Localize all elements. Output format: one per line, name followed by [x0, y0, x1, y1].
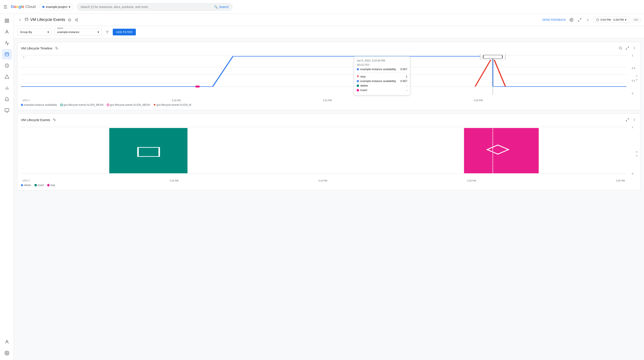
events-menu-button[interactable]: [632, 117, 637, 122]
search-input[interactable]: [80, 5, 212, 9]
sidebar-item-uptime[interactable]: [2, 105, 12, 116]
sidebar-item-iam[interactable]: [2, 27, 12, 37]
events-scroll-indicator[interactable]: [635, 150, 638, 158]
project-name: example-project: [46, 5, 68, 9]
scroll-up-button[interactable]: [635, 74, 638, 78]
events-chart-wrapper: 1 0.5 0: [21, 126, 637, 182]
sidebar-item-home[interactable]: [2, 15, 12, 26]
send-feedback-button[interactable]: SEND FEEDBACK: [542, 18, 566, 21]
svg-point-18: [6, 353, 8, 354]
svg-marker-10: [5, 75, 9, 78]
group-by-label: Group By: [20, 30, 32, 34]
page-header: VM Lifecycle Events SEND FEEDBACK 3:04 P…: [14, 14, 644, 26]
sidebar-item-logs[interactable]: [2, 60, 12, 71]
svg-rect-1: [7, 19, 8, 20]
chevron-down-icon: ▾: [48, 30, 49, 34]
legend-item-stop: gce-lifecycle-events ALIGN_M: [154, 103, 191, 106]
events-x-axis: UTC-7 3:10 PM 3:15 PM 3:20 PM 3:25 PM: [21, 179, 626, 182]
timeline-chart-actions: [618, 45, 637, 51]
svg-point-4: [6, 30, 8, 32]
fullscreen-button[interactable]: [577, 17, 582, 23]
tooltip-row-availability2: example-instance availability 0.957: [357, 79, 407, 83]
events-scroll-up-button[interactable]: [635, 150, 638, 154]
svg-line-54: [626, 120, 627, 121]
svg-marker-23: [68, 18, 71, 21]
legend-item-insert: gce-lifecycle-events ALIGN_MEAN: [107, 103, 150, 106]
svg-rect-3: [7, 21, 8, 22]
timeline-menu-button[interactable]: [632, 45, 637, 51]
scroll-down-button[interactable]: [635, 78, 638, 82]
main-content: VM Lifecycle Events SEND FEEDBACK 3:04 P…: [14, 14, 644, 194]
search-label: Search: [219, 5, 228, 9]
sidebar: [0, 14, 14, 360]
events-legend: delete insert stop: [21, 184, 637, 187]
sidebar-item-trace[interactable]: [2, 72, 12, 82]
svg-line-39: [626, 48, 627, 49]
sidebar-item-metrics[interactable]: [2, 38, 12, 48]
events-scroll-down-button[interactable]: [635, 154, 638, 158]
svg-point-42: [634, 49, 634, 49]
events-y-axis: 1 0.5 0: [632, 126, 635, 175]
svg-point-48: [195, 85, 200, 88]
svg-line-37: [621, 49, 622, 49]
time-range-chevron: ▾: [625, 18, 626, 21]
name-value: example-instance: [57, 30, 79, 34]
project-dot: [42, 6, 44, 8]
svg-rect-14: [5, 109, 9, 112]
diamond-icon: [356, 88, 359, 91]
svg-rect-19: [25, 18, 28, 21]
svg-point-29: [571, 19, 572, 20]
square-outline-icon: [60, 104, 63, 106]
timeline-chart-header: VM Lifecycle Timeline: [21, 45, 637, 51]
help-icon[interactable]: ?: [23, 56, 24, 59]
search-button[interactable]: 🔍 Search: [214, 5, 228, 9]
dot-icon: [21, 184, 23, 186]
settings-button[interactable]: [569, 17, 574, 23]
share-button[interactable]: [74, 17, 79, 22]
timeline-chart-body: ?: [21, 54, 626, 102]
filter-options-button[interactable]: [104, 29, 110, 35]
svg-line-28: [76, 19, 77, 20]
page-type-icon: [24, 17, 28, 22]
svg-point-24: [77, 18, 78, 19]
svg-line-27: [76, 20, 77, 21]
search-bar[interactable]: 🔍 Search: [77, 3, 232, 10]
tooltip-time: Jun 5, 2023, 3:22:00 PM: [357, 59, 407, 62]
events-chart-title: VM Lifecycle Events: [21, 118, 50, 122]
filter-bar: Group By ▾ name example-instance ▾ ADD F…: [14, 26, 644, 38]
time-range-label: 3:04 PM - 3:28 PM: [600, 18, 624, 21]
scroll-indicator[interactable]: [635, 74, 638, 82]
svg-point-40: [634, 47, 634, 47]
sidebar-item-alerts[interactable]: [2, 94, 12, 104]
svg-point-41: [634, 48, 634, 48]
add-filter-button[interactable]: ADD FILTER: [113, 29, 136, 35]
name-value-dropdown[interactable]: name example-instance ▾: [54, 28, 102, 36]
sidebar-item-users[interactable]: [2, 337, 12, 347]
sidebar-item-chart[interactable]: [2, 83, 12, 93]
time-range-selector[interactable]: 3:04 PM - 3:28 PM ▾: [593, 17, 629, 23]
events-legend-stop: stop: [47, 184, 55, 187]
events-expand-button[interactable]: [625, 117, 630, 122]
dot-icon: [357, 80, 359, 82]
legend-item-delete: gce-lifecycle-events ALIGN_MEAN: [60, 103, 104, 106]
timeline-search-button[interactable]: [618, 45, 623, 51]
sidebar-item-events[interactable]: [2, 49, 12, 59]
project-selector[interactable]: example-project ▾: [39, 4, 74, 10]
timeline-sparkline-icon[interactable]: [54, 45, 59, 51]
charts-area: VM Lifecycle Timeline: [14, 38, 644, 194]
hamburger-menu[interactable]: ☰: [4, 4, 7, 9]
svg-point-36: [619, 47, 622, 49]
back-button[interactable]: [17, 17, 23, 23]
svg-rect-2: [5, 21, 6, 22]
svg-rect-0: [5, 19, 6, 20]
sidebar-item-settings[interactable]: [2, 348, 12, 358]
timeline-chart-card: VM Lifecycle Timeline: [17, 42, 640, 110]
events-sparkline-icon[interactable]: [52, 117, 57, 122]
timeline-expand-button[interactable]: [625, 45, 630, 51]
diamond-icon: [47, 184, 50, 187]
group-by-dropdown[interactable]: Group By ▾: [17, 28, 52, 36]
svg-line-31: [578, 20, 579, 21]
star-button[interactable]: [67, 17, 72, 22]
collapse-panel-button[interactable]: [585, 17, 591, 23]
events-chart-card: VM Lifecycle Events 1 0.5: [17, 113, 640, 190]
